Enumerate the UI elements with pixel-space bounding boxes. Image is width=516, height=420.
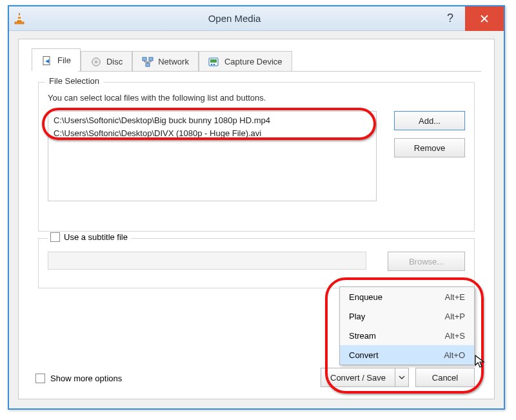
file-list[interactable]: C:\Users\Softonic\Desktop\Big buck bunny… (48, 111, 377, 201)
subtitle-group: Use a subtitle file Browse... (38, 238, 475, 288)
help-button[interactable]: ? (439, 12, 461, 25)
svg-rect-7 (149, 57, 153, 61)
capture-icon (208, 56, 220, 68)
svg-rect-1 (17, 19, 21, 20)
file-selection-group: File Selection You can select local file… (38, 82, 475, 232)
menu-item-convert[interactable]: Convert Alt+O (340, 345, 474, 365)
remove-button[interactable]: Remove (394, 138, 465, 157)
tab-capture[interactable]: Capture Device (199, 51, 292, 72)
cursor-icon (475, 355, 486, 369)
svg-rect-6 (143, 57, 146, 61)
tabs: File Disc Network Capture Device (32, 48, 481, 72)
convert-save-button[interactable]: Convert / Save (321, 368, 409, 387)
use-subtitle-checkbox[interactable]: Use a subtitle file (48, 232, 130, 242)
tab-file[interactable]: File (32, 48, 81, 72)
tab-capture-label: Capture Device (224, 57, 283, 66)
checkbox-icon (50, 232, 60, 242)
svg-point-5 (95, 61, 97, 63)
chevron-down-icon[interactable] (395, 368, 409, 387)
file-selection-hint: You can select local files with the foll… (48, 93, 266, 103)
tab-file-label: File (57, 55, 71, 65)
checkbox-icon (35, 374, 45, 383)
file-selection-legend: File Selection (45, 76, 103, 86)
dialog-footer-buttons: Convert / Save Cancel (321, 368, 475, 387)
svg-rect-10 (210, 59, 217, 63)
close-icon (480, 14, 489, 23)
svg-rect-0 (18, 15, 21, 17)
show-more-label: Show more options (50, 374, 122, 383)
cancel-button[interactable]: Cancel (415, 368, 475, 387)
dialog-body: File Disc Network Capture Device (18, 39, 495, 399)
svg-rect-2 (15, 22, 24, 24)
vlc-cone-icon (9, 12, 30, 25)
tab-network[interactable]: Network (132, 51, 199, 72)
file-list-item[interactable]: C:\Users\Softonic\Desktop\Big buck bunny… (54, 114, 371, 127)
tab-disc[interactable]: Disc (81, 51, 132, 72)
network-icon (142, 56, 154, 68)
menu-item-play[interactable]: Play Alt+P (340, 306, 474, 326)
open-media-dialog: Open Media ? File Disc (8, 5, 505, 410)
menu-item-stream[interactable]: Stream Alt+S (340, 326, 474, 345)
file-list-item[interactable]: C:\Users\Softonic\Desktop\DIVX (1080p - … (54, 127, 371, 140)
show-more-options-checkbox[interactable]: Show more options (35, 374, 122, 383)
disc-icon (90, 56, 102, 68)
close-button[interactable] (465, 6, 504, 31)
window-title: Open Media (30, 13, 439, 24)
svg-rect-8 (146, 63, 150, 66)
titlebar: Open Media ? (9, 6, 504, 31)
subtitle-path-input (48, 252, 366, 270)
file-icon (41, 55, 53, 66)
svg-point-11 (211, 63, 213, 65)
menu-item-enqueue[interactable]: Enqueue Alt+E (340, 287, 474, 306)
convert-dropdown-menu: Enqueue Alt+E Play Alt+P Stream Alt+S Co… (339, 286, 475, 365)
browse-button: Browse... (388, 252, 465, 271)
tab-disc-label: Disc (106, 57, 123, 66)
use-subtitle-label: Use a subtitle file (64, 232, 128, 242)
svg-point-12 (213, 63, 215, 65)
tab-network-label: Network (158, 57, 189, 66)
add-button[interactable]: Add... (394, 111, 465, 130)
